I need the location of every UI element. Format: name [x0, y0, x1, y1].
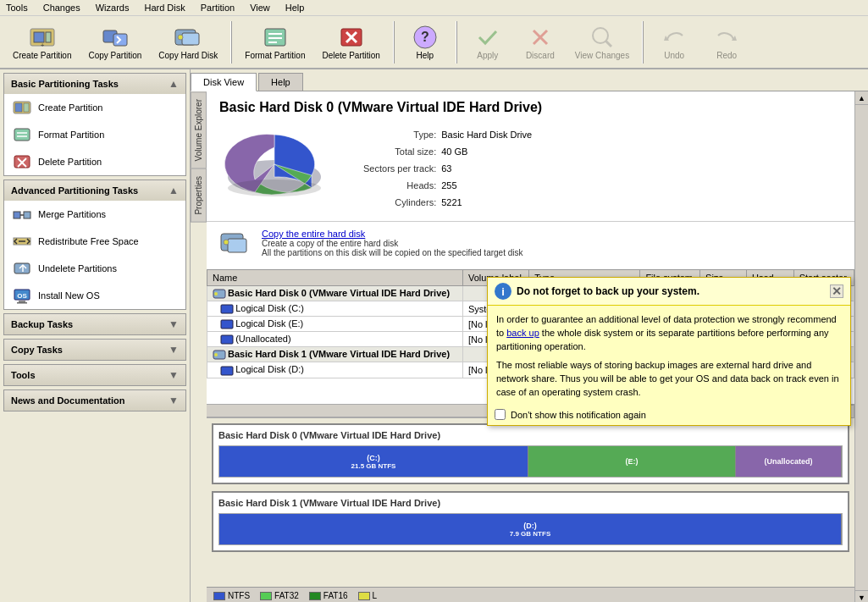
notification-dont-show-checkbox[interactable]: [495, 409, 506, 420]
tab-help[interactable]: Help: [258, 73, 303, 91]
create-partition-button[interactable]: + Create Partition: [5, 19, 79, 64]
sidebar-item-undelete-partitions[interactable]: Undelete Partitions: [4, 255, 185, 282]
notification-close-button[interactable]: ✕: [830, 284, 843, 298]
menu-view[interactable]: View: [247, 2, 273, 14]
legend-fat16: FAT16: [309, 591, 348, 600]
sidebar-item-install-new-os[interactable]: OS Install New OS: [4, 282, 185, 309]
cylinders-label: Cylinders:: [363, 194, 441, 211]
notification-header: i Do not forget to back up your system. …: [488, 278, 850, 306]
disk-bar-0: Basic Hard Disk 0 (VMware Virtual IDE Ha…: [212, 423, 849, 484]
news-header[interactable]: News and Documentation ▼: [4, 390, 185, 411]
content-area: Disk View Help Volume Explorer Propertie…: [191, 69, 868, 602]
menu-hard-disk[interactable]: Hard Disk: [141, 2, 187, 14]
basic-tasks-header[interactable]: Basic Partitioning Tasks ▲: [4, 74, 185, 94]
disk-bar-1: Basic Hard Disk 1 (VMware Virtual IDE Ha…: [212, 491, 849, 552]
svg-rect-23: [15, 103, 22, 112]
sectors-value: 63: [441, 160, 532, 177]
format-partition-button[interactable]: Format Partition: [237, 19, 312, 64]
copy-hard-disk-desc: Create a copy of the entire hard disk: [262, 239, 523, 248]
apply-button[interactable]: Apply: [462, 19, 513, 64]
legend-l-label: L: [373, 591, 378, 600]
col-name-cell: (Unallocated): [207, 332, 463, 347]
delete-partition-label: Delete Partition: [322, 51, 379, 60]
legend-fat32-color: [260, 592, 272, 600]
segment-d-label: (D:): [523, 522, 537, 530]
view-changes-button[interactable]: View Changes: [567, 19, 637, 64]
toolbar: + Create Partition Copy Partition Copy H…: [0, 16, 868, 69]
copy-hard-disk-link[interactable]: Copy the entire hard disk: [262, 229, 523, 239]
type-label: Type:: [363, 126, 441, 143]
menu-wizards[interactable]: Wizards: [93, 2, 132, 14]
sidebar-item-redistribute-free-space[interactable]: Redistribute Free Space: [4, 228, 185, 255]
disk-bar-1-bar: (D:) 7.9 GB NTFS: [218, 513, 843, 545]
legend-l: L: [358, 591, 378, 600]
copy-partition-label: Copy Partition: [88, 51, 141, 60]
help-icon: ?: [412, 24, 439, 51]
legend-ntfs-label: NTFS: [228, 591, 250, 600]
apply-icon: [474, 24, 501, 51]
menu-tools[interactable]: Tools: [3, 2, 30, 14]
scroll-down-arrow[interactable]: ▼: [855, 590, 868, 602]
tools-title: Tools: [11, 370, 36, 380]
segment-c-sub: 21.5 GB NTFS: [351, 462, 396, 470]
copy-tasks-header[interactable]: Copy Tasks ▼: [4, 340, 185, 360]
right-scrollbar[interactable]: ▲ ▼: [854, 91, 868, 602]
copy-partition-button[interactable]: Copy Partition: [80, 19, 149, 64]
install-os-icon: OS: [13, 286, 31, 305]
undo-button[interactable]: Undo: [649, 19, 699, 64]
tab-bar: Disk View Help: [191, 69, 868, 91]
tools-header[interactable]: Tools ▼: [4, 365, 185, 385]
advanced-tasks-collapse-icon: ▲: [169, 185, 179, 196]
copy-tasks-section: Copy Tasks ▼: [3, 339, 186, 361]
discard-button[interactable]: Discard: [515, 19, 566, 64]
segment-c[interactable]: (C:) 21.5 GB NTFS: [219, 446, 528, 477]
copy-disk-area-icon: [219, 229, 253, 262]
col-name-cell: Logical Disk (E:): [207, 317, 463, 332]
news-section: News and Documentation ▼: [3, 389, 186, 411]
create-partition-label: Create Partition: [13, 51, 71, 60]
menu-changes[interactable]: Changes: [41, 2, 83, 14]
redo-button[interactable]: Redo: [701, 19, 752, 64]
col-name-cell: Basic Hard Disk 0 (VMware Virtual IDE Ha…: [207, 286, 463, 301]
menu-help[interactable]: Help: [283, 2, 307, 14]
backup-tasks-section: Backup Tasks ▼: [3, 313, 186, 335]
segment-unallocated[interactable]: (Unallocated): [736, 446, 842, 477]
svg-text:?: ?: [421, 30, 429, 44]
col-name-cell: Basic Hard Disk 1 (VMware Virtual IDE Ha…: [207, 347, 463, 362]
svg-rect-47: [221, 305, 233, 313]
create-partition-icon: +: [29, 24, 56, 51]
scroll-up-arrow[interactable]: ▲: [855, 91, 868, 105]
svg-rect-34: [14, 263, 30, 273]
legend-l-color: [358, 592, 370, 600]
properties-tab[interactable]: Properties: [191, 168, 207, 223]
svg-rect-24: [24, 103, 29, 112]
segment-d[interactable]: (D:) 7.9 GB NTFS: [219, 514, 842, 544]
discard-icon: [527, 24, 554, 51]
col-name: Name: [207, 270, 463, 286]
volume-explorer-tab[interactable]: Volume Explorer: [191, 91, 207, 168]
basic-tasks-collapse-icon: ▲: [169, 78, 179, 90]
svg-rect-37: [19, 301, 25, 302]
delete-partition-sidebar-icon: [13, 152, 31, 171]
legend-ntfs: NTFS: [213, 591, 250, 600]
format-partition-label: Format Partition: [245, 51, 305, 60]
sidebar-item-format-partition[interactable]: Format Partition: [4, 121, 185, 148]
notification-dont-show-label[interactable]: Don't show this notification again: [511, 410, 646, 420]
backup-tasks-title: Backup Tasks: [11, 319, 73, 329]
sidebar-item-delete-partition[interactable]: Delete Partition: [4, 148, 185, 175]
notification-body: In order to guarantee an additional leve…: [488, 306, 850, 406]
menu-partition[interactable]: Partition: [198, 2, 237, 14]
advanced-tasks-header[interactable]: Advanced Partitioning Tasks ▲: [4, 180, 185, 201]
total-size-label: Total size:: [363, 143, 441, 160]
delete-partition-button[interactable]: Delete Partition: [314, 19, 387, 64]
tab-disk-view[interactable]: Disk View: [191, 73, 257, 91]
sidebar-item-create-partition[interactable]: Create Partition: [4, 94, 185, 121]
segment-e[interactable]: (E:): [528, 446, 736, 477]
notification-backup-link[interactable]: back up: [506, 328, 539, 338]
sidebar-item-merge-partitions[interactable]: Merge Partitions: [4, 201, 185, 228]
backup-tasks-header[interactable]: Backup Tasks ▼: [4, 314, 185, 334]
copy-hard-disk-area: Copy the entire hard disk Create a copy …: [207, 221, 854, 269]
disk-details: Type: Basic Hard Disk Drive Total size: …: [363, 126, 532, 213]
help-button[interactable]: ? Help: [400, 19, 451, 64]
copy-hard-disk-button[interactable]: Copy Hard Disk: [151, 19, 225, 64]
